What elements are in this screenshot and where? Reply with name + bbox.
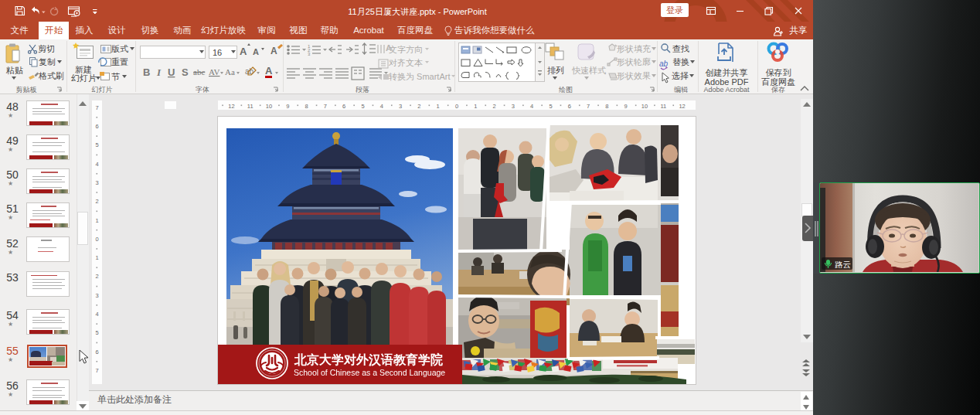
svg-text:对齐文本: 对齐文本 [389, 58, 423, 67]
svg-text:AV: AV [209, 67, 220, 77]
svg-text:4: 4 [95, 161, 98, 168]
svg-text:1: 1 [95, 254, 98, 261]
svg-text:9: 9 [286, 103, 289, 110]
svg-text:5: 5 [549, 103, 552, 110]
svg-text:12: 12 [679, 103, 685, 110]
svg-text:4: 4 [380, 103, 383, 110]
svg-text:转换为 SmartArt: 转换为 SmartArt [388, 72, 450, 81]
svg-text:10: 10 [641, 103, 648, 110]
svg-text:abc: abc [193, 67, 205, 77]
svg-text:U: U [168, 66, 175, 78]
svg-text:0: 0 [455, 103, 458, 110]
svg-text:3: 3 [308, 52, 311, 56]
svg-text:3: 3 [95, 292, 98, 299]
svg-text:5: 5 [95, 141, 98, 148]
svg-text:8: 8 [605, 103, 608, 110]
svg-text:3: 3 [95, 179, 98, 186]
svg-text:B: B [143, 66, 150, 78]
svg-text:A: A [271, 46, 277, 56]
svg-text:4: 4 [95, 311, 98, 318]
svg-text:6: 6 [568, 103, 571, 110]
svg-text:6: 6 [342, 103, 345, 110]
svg-text:6: 6 [95, 123, 98, 130]
svg-text:7: 7 [324, 103, 327, 110]
svg-text:7: 7 [587, 103, 590, 110]
svg-text:文字方向: 文字方向 [389, 45, 423, 54]
svg-text:1: 1 [474, 103, 477, 110]
svg-text:2: 2 [95, 273, 98, 280]
svg-text:Aa: Aa [225, 67, 235, 77]
svg-text:3: 3 [512, 103, 515, 110]
svg-text:1: 1 [437, 103, 440, 110]
svg-text:A: A [240, 46, 247, 57]
svg-text:A: A [265, 65, 273, 77]
svg-text:10: 10 [266, 103, 272, 110]
svg-text:4: 4 [530, 103, 533, 110]
svg-text:2: 2 [417, 103, 420, 110]
svg-text:8: 8 [305, 103, 308, 110]
svg-text:7: 7 [95, 367, 98, 374]
svg-text:0: 0 [95, 236, 98, 243]
svg-text:I: I [156, 66, 162, 78]
svg-text:A: A [253, 47, 259, 56]
svg-text:ab: ab [659, 60, 669, 68]
svg-text:6: 6 [95, 349, 98, 355]
svg-text:路云: 路云 [835, 260, 851, 269]
svg-text:3: 3 [399, 103, 402, 110]
svg-text:7: 7 [95, 104, 98, 111]
svg-text:2: 2 [493, 103, 496, 110]
svg-text:5: 5 [95, 329, 98, 336]
svg-text:ab: ab [245, 67, 254, 76]
svg-text:1: 1 [95, 217, 98, 224]
svg-text:2: 2 [95, 198, 98, 205]
svg-text:S: S [182, 66, 189, 78]
svg-text:School of Chinese as a Second: School of Chinese as a Second Language [294, 368, 445, 377]
svg-text:11: 11 [247, 103, 254, 110]
svg-text:5: 5 [361, 103, 364, 110]
svg-text:北京大学对外汉语教育学院: 北京大学对外汉语教育学院 [294, 352, 443, 366]
svg-text:12: 12 [228, 103, 234, 110]
svg-text:9: 9 [624, 103, 628, 110]
svg-text:11: 11 [660, 103, 666, 110]
